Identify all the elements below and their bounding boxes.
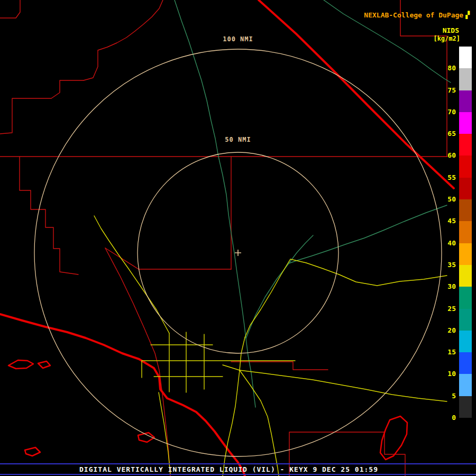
county-line bbox=[0, 0, 163, 134]
colorbar-tick-label: 80 bbox=[433, 64, 456, 72]
radar-display: NEXLAB-College of DuPage▞ NIDS [kg/m2] 1… bbox=[0, 0, 476, 476]
road bbox=[94, 216, 169, 333]
colorbar-tick-label: 25 bbox=[433, 305, 456, 313]
colorbar-tick-label: 45 bbox=[433, 217, 456, 225]
footer-rule-bottom bbox=[0, 474, 476, 475]
colorbar-segment bbox=[459, 287, 472, 308]
colorbar-tick-label: 30 bbox=[433, 282, 456, 290]
roads bbox=[94, 216, 447, 476]
coastline bbox=[0, 314, 245, 476]
road bbox=[240, 370, 279, 476]
range-rings bbox=[34, 49, 442, 456]
radar-center-marker bbox=[235, 250, 241, 256]
road bbox=[223, 337, 245, 476]
rivers bbox=[175, 0, 451, 407]
colorbar-tick-label: 5 bbox=[433, 392, 456, 400]
county-line bbox=[20, 157, 78, 274]
road bbox=[159, 392, 170, 474]
colorbar-segment bbox=[459, 221, 472, 243]
cod-logo-icon: ▞ bbox=[465, 11, 470, 19]
county-line bbox=[231, 362, 328, 370]
colorbar-segment bbox=[459, 199, 472, 221]
county-line bbox=[0, 0, 20, 18]
colorbar-segment bbox=[459, 396, 472, 418]
road bbox=[240, 370, 447, 401]
colorbar-tick-label: 40 bbox=[433, 239, 456, 247]
radar-map bbox=[0, 0, 476, 476]
interstate-highways bbox=[0, 0, 454, 476]
colorbar-tick-label: 50 bbox=[433, 195, 456, 203]
island bbox=[38, 361, 50, 368]
road bbox=[245, 259, 447, 337]
colorbar-segment bbox=[459, 374, 472, 396]
colorbar-tick-label: 15 bbox=[433, 348, 456, 356]
colorbar-tick-label: 65 bbox=[433, 130, 456, 138]
colorbar-segment bbox=[459, 155, 472, 177]
colorbar-tick-label: 60 bbox=[433, 151, 456, 159]
river bbox=[246, 205, 447, 407]
colorbar-segment bbox=[459, 68, 472, 90]
colorbar-tick-label: 55 bbox=[433, 173, 456, 181]
colorbar-tick-label: 20 bbox=[433, 326, 456, 334]
road bbox=[223, 365, 240, 370]
colorbar-segment bbox=[459, 309, 472, 331]
range-ring-label-100nmi: 100 NMI bbox=[214, 35, 262, 43]
county-boundaries bbox=[0, 0, 447, 476]
colorbar-segment bbox=[459, 243, 472, 265]
colorbar-segment bbox=[459, 178, 472, 199]
colorbar bbox=[459, 47, 472, 418]
colorbar-segment bbox=[459, 112, 472, 134]
colorbar-tick-label: 10 bbox=[433, 370, 456, 378]
colorbar-segment bbox=[459, 47, 472, 68]
range-ring-label-50nmi: 50 NMI bbox=[216, 136, 260, 143]
colorbar-tick-label: 70 bbox=[433, 108, 456, 116]
product-title: DIGITAL VERTICALLY INTEGRATED LIQUID (VI… bbox=[0, 465, 457, 473]
colorbar-segment bbox=[459, 265, 472, 287]
colorbar-tick-label: 35 bbox=[433, 261, 456, 269]
county-line bbox=[105, 248, 139, 269]
colorbar-segment bbox=[459, 352, 472, 374]
highway-diagonal bbox=[259, 0, 454, 188]
colorbar-segment bbox=[459, 331, 472, 352]
island bbox=[25, 447, 40, 456]
island bbox=[8, 360, 33, 369]
colorbar-ticks: 80757065605550454035302520151050 bbox=[433, 0, 456, 423]
colorbar-tick-label: 75 bbox=[433, 86, 456, 94]
islands bbox=[8, 360, 407, 460]
footer-rule-top bbox=[0, 463, 476, 464]
colorbar-segment bbox=[459, 90, 472, 112]
colorbar-tick-label: 0 bbox=[433, 414, 456, 422]
colorbar-segment bbox=[459, 134, 472, 155]
